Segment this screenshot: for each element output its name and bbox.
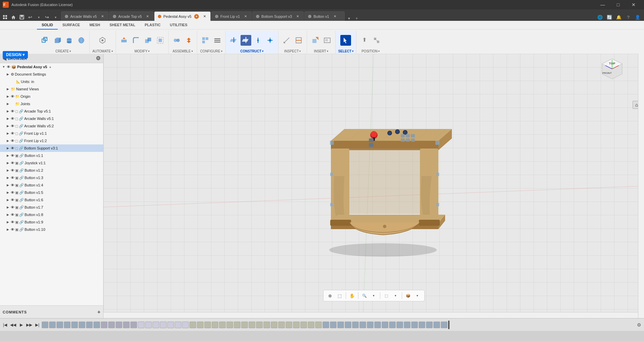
- timeline-item[interactable]: [308, 322, 314, 328]
- tab-button[interactable]: Button v1 ✕: [304, 11, 345, 21]
- create-label[interactable]: CREATE ▾: [55, 49, 71, 54]
- tab-close-arcade-top[interactable]: ✕: [145, 14, 150, 19]
- configure-tool-1[interactable]: [200, 35, 211, 46]
- snap-tool-button[interactable]: ⊕: [326, 292, 334, 300]
- position-label[interactable]: POSITION ▾: [361, 49, 380, 54]
- pan-tool-button[interactable]: ✋: [348, 292, 356, 300]
- tree-item-doc-settings[interactable]: ▶ ⚙ Document Settings: [0, 71, 103, 78]
- vis-eye[interactable]: 👁: [11, 131, 14, 135]
- maximize-button[interactable]: □: [610, 0, 626, 9]
- timeline-item[interactable]: [189, 322, 196, 328]
- timeline-item[interactable]: [286, 322, 292, 328]
- timeline-item[interactable]: [396, 322, 403, 328]
- close-button[interactable]: ✕: [626, 0, 641, 9]
- tab-arcade-top[interactable]: Arcade Top v5 ✕: [109, 11, 154, 21]
- help-icon[interactable]: ?: [625, 13, 632, 21]
- tab-close-arcade-walls[interactable]: ✕: [100, 14, 105, 19]
- timeline-item[interactable]: [145, 322, 152, 328]
- viewport[interactable]: TOP FRONT ⌂ ⊕ ⬚ ✋ 🔍 ▾ ⬚ ▾ 📦: [103, 54, 644, 318]
- construct-axis-tool[interactable]: [253, 35, 263, 46]
- minimize-button[interactable]: —: [595, 0, 610, 9]
- tab-front-lip[interactable]: Front Lip v1 ✕: [211, 11, 252, 21]
- timeline-item[interactable]: [249, 322, 255, 328]
- timeline-item[interactable]: [271, 322, 277, 328]
- construct-point-tool[interactable]: [265, 35, 275, 46]
- vis-eye[interactable]: 👁: [11, 198, 14, 202]
- vis-eye[interactable]: 👁: [11, 176, 14, 180]
- shading-dropdown-button[interactable]: ▾: [414, 292, 422, 300]
- section-analysis-tool[interactable]: [293, 35, 304, 46]
- timeline-item[interactable]: [404, 322, 411, 328]
- tab-plastic[interactable]: PLASTIC: [140, 21, 165, 30]
- tab-close-bottom-support[interactable]: ✕: [295, 14, 300, 19]
- position-tool-1[interactable]: [359, 35, 370, 46]
- measure-tool[interactable]: [281, 35, 292, 46]
- automate-tool-1[interactable]: [97, 35, 108, 46]
- tab-solid[interactable]: SOLID: [37, 21, 58, 30]
- timeline-step-back-button[interactable]: ◀◀: [9, 321, 17, 329]
- tree-item-front-lip-1[interactable]: ▶ 👁 ◻ 🔗 Front Lip v1:1: [0, 130, 103, 137]
- configure-tool-2[interactable]: [212, 35, 223, 46]
- tree-item-button-5[interactable]: ▶ 👁 ▣ 🔗 Button v1:5: [0, 189, 103, 196]
- tree-item-arcade-walls-2[interactable]: ▶ 👁 ◻ 🔗 Arcade Walls v5:2: [0, 122, 103, 130]
- inspect-label[interactable]: INSPECT ▾: [284, 49, 301, 54]
- vis-eye[interactable]: 👁: [11, 213, 14, 217]
- timeline-item[interactable]: [93, 322, 100, 328]
- tree-item-button-7[interactable]: ▶ 👁 ▣ 🔗 Button v1:7: [0, 204, 103, 211]
- timeline-item[interactable]: [263, 322, 270, 328]
- help-network-icon[interactable]: 🌐: [596, 13, 604, 21]
- display-settings-button[interactable]: ⬚: [382, 292, 390, 300]
- vis-eye[interactable]: 👁: [11, 205, 14, 209]
- construct-active-tool[interactable]: [241, 35, 251, 46]
- timeline-item[interactable]: [116, 322, 122, 328]
- timeline-item[interactable]: [352, 322, 359, 328]
- timeline-item[interactable]: [175, 322, 181, 328]
- home-nav-button[interactable]: [10, 13, 17, 21]
- redo-button[interactable]: ↪: [43, 13, 51, 21]
- timeline-item[interactable]: [367, 322, 374, 328]
- tree-item-bottom-support[interactable]: ▶ 👁 ◻ 🔗 Bottom Support v3:1: [0, 144, 103, 152]
- timeline-item[interactable]: [241, 322, 248, 328]
- assemble-label[interactable]: ASSEMBLE ▾: [173, 49, 193, 54]
- timeline-item[interactable]: [212, 322, 218, 328]
- timeline-settings-button[interactable]: ⚙: [635, 321, 643, 329]
- tab-utilities[interactable]: UTILITIES: [165, 21, 192, 30]
- construct-label[interactable]: CONSTRUCT ▾: [240, 49, 263, 54]
- tree-item-arcade-walls-1[interactable]: ▶ 👁 ◻ 🔗 Arcade Walls v5:1: [0, 115, 103, 122]
- browser-settings-button[interactable]: ⚙: [96, 55, 100, 61]
- timeline-item[interactable]: [419, 322, 425, 328]
- timeline-item[interactable]: [323, 322, 329, 328]
- tab-close-front-lip[interactable]: ✕: [243, 14, 248, 19]
- vis-eye[interactable]: 👁: [11, 227, 14, 231]
- timeline-item[interactable]: [315, 322, 322, 328]
- vis-eye[interactable]: 👁: [11, 109, 14, 113]
- timeline-item[interactable]: [197, 322, 204, 328]
- timeline-item[interactable]: [42, 322, 48, 328]
- tree-item-button-8[interactable]: ▶ 👁 ▣ 🔗 Button v1:8: [0, 211, 103, 218]
- tree-item-origin[interactable]: ▶ 👁 📁 Origin: [0, 93, 103, 100]
- timeline-item[interactable]: [359, 322, 366, 328]
- joint-tool[interactable]: [171, 35, 182, 46]
- display-dropdown-button[interactable]: ▾: [392, 292, 400, 300]
- tree-item-button-1[interactable]: ▶ 👁 ▣ 🔗 Button v1:1: [0, 152, 103, 159]
- tree-item-front-lip-2[interactable]: ▶ 👁 ◻ 🔗 Front Lip v1:2: [0, 137, 103, 144]
- tree-item-units[interactable]: ▶ 📐 Units: in: [0, 78, 103, 85]
- design-button[interactable]: DESIGN ▾: [3, 51, 28, 58]
- timeline-item[interactable]: [49, 322, 56, 328]
- timeline-play-button[interactable]: ▶: [17, 321, 25, 329]
- position-tool-2[interactable]: [371, 35, 382, 46]
- help-update-icon[interactable]: 🔄: [606, 13, 613, 21]
- insert-label[interactable]: INSERT ▾: [314, 49, 328, 54]
- timeline-item[interactable]: [300, 322, 307, 328]
- vis-eye[interactable]: 👁: [11, 220, 14, 224]
- cylinder-tool[interactable]: [64, 35, 75, 46]
- timeline-item[interactable]: [153, 322, 159, 328]
- tab-pedestal[interactable]: Pedestal Assy v5 ● ✕: [154, 11, 211, 21]
- vis-eye[interactable]: 👁: [11, 117, 14, 121]
- display-grid-button[interactable]: ⬚: [336, 292, 344, 300]
- timeline-item[interactable]: [330, 322, 337, 328]
- tab-arcade-walls[interactable]: Arcade Walls v5 ✕: [61, 11, 109, 21]
- user-icon[interactable]: 👤: [634, 13, 641, 21]
- timeline-item[interactable]: [426, 322, 433, 328]
- timeline-slider-handle[interactable]: [448, 321, 449, 329]
